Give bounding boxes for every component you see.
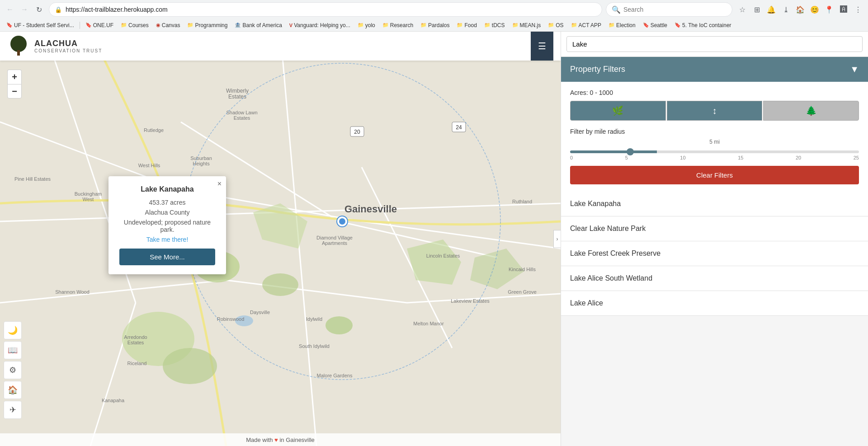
bookmark-programming[interactable]: 📁 Programming: [184, 21, 230, 29]
bookmark-canvas[interactable]: ◉ Canvas: [153, 21, 183, 29]
extension-button-5[interactable]: 😊: [808, 3, 821, 16]
zoom-out-button[interactable]: −: [7, 84, 22, 99]
svg-text:Diamond Village: Diamond Village: [316, 235, 353, 240]
zoom-controls: + −: [7, 70, 22, 99]
map-footer: Made with ♥ in Gainesville: [0, 433, 561, 446]
extension-button-6[interactable]: 📍: [823, 3, 835, 16]
nature-filter-button[interactable]: 🌿: [570, 101, 666, 121]
dark-mode-button[interactable]: 🌙: [4, 321, 22, 339]
bookmark-vanguard[interactable]: V Vanguard: Helping yo...: [287, 21, 353, 29]
bookmark-actapp[interactable]: 📁 ACT APP: [568, 21, 604, 29]
svg-text:Idylwild: Idylwild: [306, 316, 322, 322]
bookmark-uf[interactable]: 🔖 UF - Student Self Servi...: [4, 21, 77, 29]
folder-icon-pardalos: 📁: [420, 22, 427, 28]
bookmark-yolo[interactable]: 📁 yolo: [355, 21, 378, 29]
popup-close-button[interactable]: ×: [217, 180, 222, 188]
svg-text:Malore Gardens: Malore Gardens: [317, 373, 353, 378]
address-bar[interactable]: 🔒 https://act-trailblazer.herokuapp.com: [49, 2, 602, 17]
bookmark-meanjs[interactable]: 📁 MEAN.js: [509, 21, 544, 29]
svg-text:West Hills: West Hills: [138, 163, 160, 168]
nav-buttons: ← → ↻: [4, 3, 45, 16]
heart-icon: ♥: [273, 437, 279, 443]
hamburger-button[interactable]: ☰: [531, 32, 553, 61]
radius-slider[interactable]: [570, 150, 859, 153]
extension-button-1[interactable]: ⊞: [750, 3, 763, 16]
bookmark-food[interactable]: 📁 Food: [454, 21, 479, 29]
browser-search-bar[interactable]: 🔍: [606, 2, 732, 17]
popup-directions-link[interactable]: Take me there!: [119, 236, 215, 243]
filter-icons-row: 🌿 ↕ 🌲: [570, 101, 859, 121]
back-button[interactable]: ←: [4, 3, 16, 16]
extension-button-3[interactable]: ⤓: [779, 3, 792, 16]
result-lake-kanapaha[interactable]: Lake Kanapaha: [561, 192, 868, 216]
panel-search: [561, 32, 868, 57]
popup-description: Undeveloped; proposed nature park.: [119, 219, 215, 233]
result-lake-forest[interactable]: Lake Forest Creek Preserve: [561, 241, 868, 266]
svg-text:Riceland: Riceland: [127, 361, 147, 366]
popup-title: Lake Kanapaha: [119, 185, 215, 193]
extension-button-4[interactable]: 🏠: [794, 3, 807, 16]
extension-button-7[interactable]: 🅰: [837, 3, 850, 16]
url-text: https://act-trailblazer.herokuapp.com: [66, 6, 596, 13]
svg-text:Pine Hill Estates: Pine Hill Estates: [14, 176, 51, 182]
map-popup: × Lake Kanapaha 453.37 acres Alachua Cou…: [108, 176, 226, 274]
bookmark-icon-2: 🔖: [85, 22, 92, 28]
logo-subtitle: CONSERVATION TRUST: [34, 48, 102, 53]
logo-text: ALACHUA CONSERVATION TRUST: [34, 39, 102, 53]
browser-actions: ☆ ⊞ 🔔 ⤓ 🏠 😊 📍 🅰 ⋮: [736, 3, 864, 16]
result-lake-alice[interactable]: Lake Alice: [561, 291, 868, 316]
forward-button[interactable]: →: [18, 3, 31, 16]
logo-tree-icon: [7, 35, 30, 57]
result-lake-alice-south[interactable]: Lake Alice South Wetland: [561, 266, 868, 291]
bookmark-pardalos[interactable]: 📁 Pardalos: [418, 21, 452, 29]
footer-text: Made with: [246, 437, 273, 443]
bookmark-os[interactable]: 📁 OS: [545, 21, 566, 29]
svg-text:Ruthland: Ruthland: [512, 199, 532, 204]
bookmark-boa[interactable]: 🏦 Bank of America: [232, 21, 284, 29]
browser-search-input[interactable]: [623, 6, 726, 13]
svg-text:Arredondo: Arredondo: [124, 334, 147, 340]
logo-area: ALACHUA CONSERVATION TRUST: [7, 35, 102, 57]
bookmark-research[interactable]: 📁 Research: [380, 21, 416, 29]
folder-icon-research: 📁: [382, 22, 389, 28]
logo-title: ALACHUA: [34, 39, 102, 48]
elevation-filter-button[interactable]: ↕: [667, 101, 763, 121]
bookmark-separator: [80, 22, 80, 29]
tree-filter-button[interactable]: 🌲: [763, 101, 859, 121]
acres-label: Acres: 0 - 1000: [570, 89, 859, 96]
settings-button[interactable]: ⚙: [4, 361, 22, 379]
folder-icon-election: 📁: [609, 22, 615, 28]
extension-button-2[interactable]: 🔔: [765, 3, 778, 16]
bookmark-election[interactable]: 📁 Election: [606, 21, 638, 29]
bookmark-courses[interactable]: 📁 Courses: [118, 21, 151, 29]
bookmark-ioc[interactable]: 🔖 5. The IoC container: [672, 21, 734, 29]
result-clear-lake[interactable]: Clear Lake Nature Park: [561, 216, 868, 241]
svg-text:Estates: Estates: [228, 94, 246, 100]
svg-text:Apartments: Apartments: [322, 240, 348, 246]
app-container: 20 24 Gainesville Wimberly Estates Shado…: [0, 32, 868, 446]
map-container[interactable]: 20 24 Gainesville Wimberly Estates Shado…: [0, 32, 561, 446]
zoom-in-button[interactable]: +: [7, 70, 22, 84]
svg-text:Kincaid Hills: Kincaid Hills: [509, 267, 536, 272]
popup-see-more-button[interactable]: See More...: [119, 249, 215, 265]
bookmark-tdcs[interactable]: 📁 tDCS: [481, 21, 508, 29]
reload-button[interactable]: ↻: [33, 3, 45, 16]
property-search-input[interactable]: [566, 36, 863, 52]
menu-button[interactable]: ⋮: [852, 3, 864, 16]
home-button[interactable]: 🏠: [4, 381, 22, 399]
folder-icon-courses: 📁: [121, 22, 127, 28]
collapse-panel-button[interactable]: ›: [553, 230, 561, 248]
star-button[interactable]: ☆: [736, 3, 749, 16]
canvas-icon: ◉: [156, 22, 160, 28]
svg-point-22: [262, 273, 298, 296]
filters-header[interactable]: Property Filters ▼: [561, 57, 868, 82]
bookmark-seattle[interactable]: 🔖 Seattle: [640, 21, 670, 29]
results-list: Lake Kanapaha Clear Lake Nature Park Lak…: [561, 192, 868, 316]
bookmark-oneuf[interactable]: 🔖 ONE.UF: [83, 21, 116, 29]
browser-toolbar: ← → ↻ 🔒 https://act-trailblazer.herokuap…: [0, 0, 868, 19]
clear-filters-button[interactable]: Clear Filters: [570, 166, 859, 184]
svg-text:Heights: Heights: [193, 161, 210, 166]
legend-button[interactable]: 📖: [4, 341, 22, 359]
navigate-button[interactable]: ✈: [4, 401, 22, 419]
folder-icon-food: 📁: [457, 22, 463, 28]
